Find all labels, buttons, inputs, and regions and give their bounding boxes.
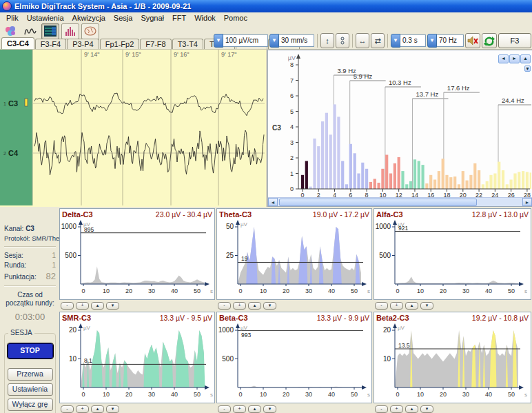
zoom-in-button[interactable]: + [233, 405, 246, 413]
scroll-thumb[interactable] [279, 199, 477, 206]
svg-text:9' 17": 9' 17" [221, 51, 236, 58]
tab-t3-t4[interactable]: T3-T4 [172, 39, 203, 49]
epoch-combo[interactable]: ▼ 0.3 s [391, 34, 426, 47]
menu-item-plik[interactable]: Plik [2, 14, 23, 22]
chart-theta[interactable]: Theta-C319.0 µV - 17.2 µV19µV50250102030… [216, 208, 372, 300]
svg-text:0: 0 [81, 288, 85, 294]
scroll-right-arrow[interactable]: ► [522, 198, 532, 206]
zoom-out-button[interactable]: - [61, 302, 74, 310]
session-sidebar: Kanał: C3 Protokół: SMR/Theta Sesja: 1 R… [0, 207, 59, 413]
scale-up-button[interactable]: ▴ [248, 302, 261, 310]
page-left-button[interactable]: ◄ [498, 54, 509, 63]
scale-up-button[interactable]: ▴ [405, 302, 418, 310]
tab-fp1-fp2[interactable]: Fp1-Fp2 [100, 39, 140, 49]
chart-plot-delta: 895µV100050001020304050s [60, 219, 215, 300]
chart-header: Theta-C319.0 µV - 17.2 µV [217, 209, 371, 219]
dropdown-arrow-icon[interactable]: ▼ [214, 34, 223, 48]
round-time-label: Czas od początku rundy: [4, 291, 56, 308]
svg-text:993: 993 [241, 332, 251, 339]
svg-text:17.6 Hz: 17.6 Hz [447, 84, 470, 92]
dropdown-arrow-icon[interactable]: ▼ [391, 34, 400, 48]
eeg-waveform-plot: 9' 14"9' 15"9' 16"9' 17"1C32C4 [0, 50, 266, 205]
menu-item-widok[interactable]: Widok [190, 14, 220, 22]
vertical-dots-button[interactable] [336, 33, 349, 48]
menu-item-sygnał[interactable]: Sygnał [136, 14, 168, 22]
fft-horizontal-scrollbar[interactable]: ◄ ► [268, 197, 532, 206]
menu-item-pomoc[interactable]: Pomoc [220, 14, 252, 22]
scale-down-button[interactable]: ▾ [106, 405, 119, 413]
scale-down-button[interactable]: ▼ [524, 66, 531, 72]
zoom-out-button[interactable]: - [375, 405, 388, 413]
scale-up-button[interactable]: ▲ [520, 54, 531, 63]
chart-header: Delta-C323.0 µV - 30.4 µV [60, 209, 214, 219]
zoom-out-button[interactable]: - [218, 405, 231, 413]
disable-game-button[interactable]: Wyłącz grę [8, 399, 53, 411]
divider [4, 285, 56, 287]
scale-down-button[interactable]: ▾ [263, 405, 276, 413]
chart-delta[interactable]: Delta-C323.0 µV - 30.4 µV895µV1000500010… [59, 208, 215, 300]
chart-alfa[interactable]: Alfa-C312.8 µV - 13.0 µV921µV10005000102… [374, 208, 531, 300]
zoom-out-button[interactable]: - [218, 302, 231, 310]
fkey-button[interactable]: F3 [498, 33, 531, 48]
main-panels: 9' 14"9' 15"9' 16"9' 17"1C32C4 ◄ ► ▲ ▼ 3… [0, 50, 532, 207]
scale-up-button[interactable]: ▴ [91, 405, 104, 413]
pause-button[interactable]: Przerwa [8, 368, 53, 381]
scale-up-button[interactable]: ▴ [405, 405, 418, 413]
menu-item-akwizycja[interactable]: Akwizycja [68, 14, 110, 22]
dropdown-arrow-icon[interactable]: ▼ [269, 34, 279, 48]
svg-text:µV: µV [398, 221, 405, 228]
stop-button[interactable]: STOP [8, 343, 53, 359]
refresh-button[interactable] [482, 33, 497, 48]
tab-f7-f8[interactable]: F7-F8 [140, 39, 171, 49]
zoom-out-button[interactable]: - [61, 405, 74, 413]
tab-p3-p4[interactable]: P3-P4 [67, 39, 99, 49]
vertical-expand-button[interactable]: ↕ [320, 33, 334, 48]
amplitude-scale-combo[interactable]: ▼ 100 µV/cm [214, 34, 268, 47]
page-right-button[interactable]: ► [509, 54, 520, 63]
scroll-left-arrow[interactable]: ◄ [268, 198, 278, 206]
eeg-signal-panel[interactable]: 9' 14"9' 15"9' 16"9' 17"1C32C4 [0, 50, 267, 207]
scale-up-button[interactable]: ▴ [248, 405, 261, 413]
svg-text:8.1: 8.1 [84, 357, 92, 364]
score-value: 82 [46, 271, 56, 281]
svg-text:8: 8 [290, 61, 294, 68]
svg-text:C4: C4 [8, 149, 19, 157]
scale-down-button[interactable]: ▾ [420, 405, 433, 413]
zoom-in-button[interactable]: + [233, 302, 246, 310]
chart-smr[interactable]: SMR-C313.3 µV - 9.5 µV8.1µV2010010203040… [59, 312, 215, 403]
scale-up-button[interactable]: ▴ [91, 302, 104, 310]
app-window: Elmiko DigiTrack System - Asia - 1/B - 2… [0, 0, 532, 413]
scale-down-button[interactable]: ▾ [106, 302, 119, 310]
expand-horizontal-button[interactable]: ↔ [356, 33, 369, 48]
zoom-out-button[interactable]: - [375, 302, 388, 310]
svg-text:0: 0 [81, 391, 85, 398]
menu-item-fft[interactable]: FFT [168, 14, 190, 22]
svg-text:30: 30 [305, 391, 312, 398]
settings-button[interactable]: Ustawienia [8, 383, 53, 396]
time-scale-combo[interactable]: ▼ 30 mm/s [269, 34, 314, 47]
menu-item-sesja[interactable]: Sesja [110, 14, 137, 22]
scale-down-button[interactable]: ▾ [420, 302, 433, 310]
fft-nav-buttons: ◄ ► ▲ [498, 54, 531, 63]
zoom-in-button[interactable]: + [76, 405, 89, 413]
menu-item-ustawienia[interactable]: Ustawienia [23, 14, 68, 22]
dots-icon [340, 36, 345, 46]
svg-text:9' 16": 9' 16" [174, 51, 189, 58]
dropdown-arrow-icon[interactable]: ▼ [427, 34, 437, 48]
tab-c3-c4[interactable]: C3-C4 [1, 37, 34, 49]
chart-beta[interactable]: Beta-C313.3 µV - 9.9 µV993µV100050001020… [216, 312, 372, 403]
scale-down-button[interactable]: ▾ [263, 302, 276, 310]
filter-combo[interactable]: ▼ 70 Hz [427, 34, 464, 47]
separator [387, 34, 388, 48]
fft-spectrum-panel[interactable]: ◄ ► ▲ ▼ 3.9 Hz5.9 Hz10.3 Hz13.7 Hz17.6 H… [267, 50, 532, 207]
zoom-in-button[interactable]: + [76, 302, 89, 310]
tab-f3-f4[interactable]: F3-F4 [35, 39, 66, 49]
zoom-in-button[interactable]: + [390, 405, 403, 413]
chart-beta2[interactable]: Beta2-C319.2 µV - 10.8 µV13.5µV201001020… [374, 312, 531, 403]
svg-text:50: 50 [508, 391, 515, 398]
shift-horizontal-button[interactable]: ⇄ [371, 33, 385, 48]
zoom-in-button[interactable]: + [390, 302, 403, 310]
mute-button[interactable] [465, 33, 480, 48]
chart-cell-beta: Beta-C313.3 µV - 9.9 µV993µV100050001020… [216, 310, 373, 413]
svg-text:30: 30 [462, 288, 469, 294]
